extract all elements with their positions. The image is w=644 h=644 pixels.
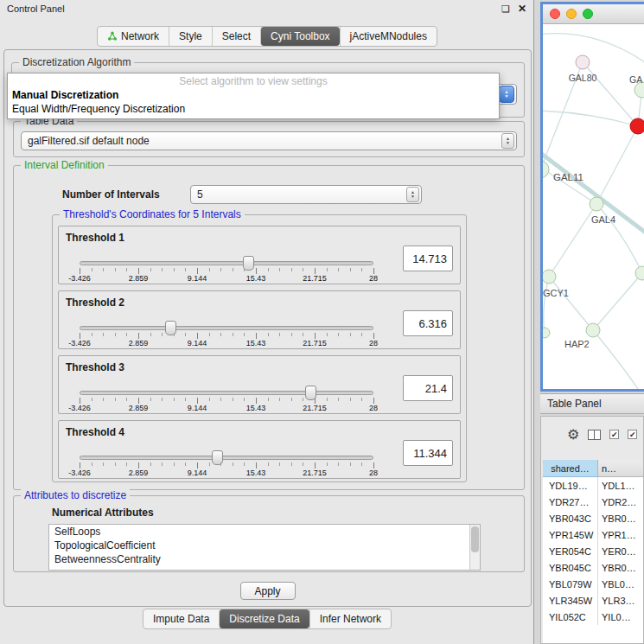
network-edge[interactable]	[549, 204, 596, 277]
number-of-intervals-combobox[interactable]: 5 ▲ ▼	[190, 185, 422, 204]
network-canvas[interactable]: GAL80 GA GAL11 GAL4 GCY1 HAP2	[543, 24, 644, 392]
window-close-icon[interactable]: ✕	[518, 3, 526, 15]
down-arrow-icon: ▼	[506, 141, 510, 145]
threshold-1-value-field[interactable]: 14.713	[403, 245, 453, 271]
threshold-1-slider[interactable]	[80, 261, 373, 265]
network-node[interactable]	[543, 161, 549, 178]
cell-name[interactable]: YIL0…	[598, 609, 643, 625]
table-row[interactable]: YBR043CYBR0…	[543, 510, 643, 526]
network-edge[interactable]	[543, 34, 644, 62]
tick-major	[197, 333, 198, 339]
cell-shared-name[interactable]: YER054C	[543, 543, 598, 559]
network-node-selected[interactable]	[630, 118, 644, 134]
cell-name[interactable]: YDR2…	[598, 494, 643, 510]
bottom-tabgroup: Impute Data Discretize Data Infer Networ…	[143, 609, 392, 629]
scrollbar-thumb[interactable]	[471, 526, 479, 552]
cell-shared-name[interactable]: YDL19…	[543, 477, 598, 494]
down-arrow-icon: ▼	[505, 94, 509, 99]
list-item[interactable]: SelfLoops	[49, 525, 480, 539]
cell-shared-name[interactable]: YIL052C	[543, 609, 598, 625]
tab-infer-network[interactable]: Infer Network	[309, 609, 391, 628]
apply-button[interactable]: Apply	[240, 582, 296, 600]
zoom-traffic-light-button[interactable]	[583, 9, 593, 19]
tab-impute-data[interactable]: Impute Data	[143, 609, 219, 628]
table-row[interactable]: YDR27…YDR2…	[543, 494, 643, 510]
popup-option-manual-discretization[interactable]: Manual Discretization	[8, 88, 499, 102]
threshold-2-slider[interactable]	[80, 326, 373, 330]
cell-name[interactable]: YER0…	[598, 543, 643, 559]
column-header-name[interactable]: n…	[598, 460, 643, 477]
tick-major	[138, 462, 139, 469]
cell-name[interactable]: YBL0…	[598, 576, 643, 592]
select-all-icon[interactable]: ✔	[609, 430, 619, 439]
cell-shared-name[interactable]: YPR145W	[543, 526, 598, 543]
tab-style[interactable]: Style	[169, 27, 212, 46]
tick-major	[256, 398, 257, 404]
down-arrow-icon: ▼	[411, 194, 415, 199]
column-layout-icon[interactable]	[588, 430, 601, 440]
network-edge[interactable]	[596, 126, 638, 204]
cell-shared-name[interactable]: YBR043C	[543, 510, 598, 526]
threshold-2-value-field[interactable]: 6.316	[403, 310, 453, 336]
tab-cyni-toolbox[interactable]: Cyni Toolbox	[260, 27, 339, 46]
table-data-combobox[interactable]: galFiltered.sif default node ▲ ▼	[21, 131, 517, 150]
threshold-1-label: Threshold 1	[66, 232, 124, 244]
tab-select[interactable]: Select	[212, 27, 260, 46]
network-node[interactable]	[543, 328, 550, 338]
list-item[interactable]: TopologicalCoefficient	[49, 539, 480, 552]
network-node[interactable]	[543, 270, 556, 284]
node-label: GAL4	[591, 214, 615, 225]
cell-shared-name[interactable]: YBR045C	[543, 559, 598, 576]
settings-gear-icon[interactable]: ⚙	[567, 428, 579, 442]
interval-definition-group: Interval Definition Number of Intervals …	[13, 165, 525, 490]
network-node[interactable]	[590, 197, 603, 211]
tick-label: 15.43	[246, 469, 266, 477]
select-none-icon[interactable]: ✔	[628, 430, 637, 439]
table-row[interactable]: YDL19…YDL1…	[543, 477, 643, 494]
tick-major	[373, 398, 374, 404]
threshold-3-slider[interactable]	[80, 391, 373, 395]
close-traffic-light-button[interactable]	[550, 9, 560, 19]
tick-major	[315, 462, 316, 469]
threshold-3-value-field[interactable]: 21.4	[403, 375, 453, 401]
list-item[interactable]: BetweennessCentrality	[49, 552, 480, 566]
network-edge[interactable]	[549, 277, 593, 330]
table-row[interactable]: YLR345WYLR3…	[543, 592, 643, 609]
popup-option-equal-width-frequency[interactable]: Equal Width/Frequency Discretization	[8, 102, 499, 116]
node-label: GAL11	[553, 172, 583, 182]
network-node[interactable]	[576, 55, 590, 69]
popup-hint: Select algorithm to view settings	[8, 75, 499, 88]
network-edge[interactable]	[593, 273, 642, 330]
cell-name[interactable]: YLR3…	[598, 592, 643, 609]
tab-discretize-data[interactable]: Discretize Data	[219, 609, 309, 628]
minimize-traffic-light-button[interactable]	[566, 9, 577, 19]
cell-shared-name[interactable]: YLR345W	[543, 592, 598, 609]
table-row[interactable]: YIL052CYIL0…	[543, 609, 643, 625]
tab-network[interactable]: Network	[98, 27, 169, 46]
tick-label: 2.859	[129, 274, 149, 283]
table-row[interactable]: YBL079WYBL0…	[543, 576, 643, 592]
network-node[interactable]	[635, 266, 644, 280]
threshold-4-value-field[interactable]: 11.344	[403, 440, 453, 466]
list-scrollbar[interactable]	[469, 525, 480, 570]
tab-jactivemnodules[interactable]: jActiveMNodules	[340, 27, 437, 46]
threshold-4-slider[interactable]	[80, 456, 373, 460]
cell-name[interactable]: YBR0…	[598, 559, 643, 576]
network-edge[interactable]	[593, 330, 640, 392]
table-row[interactable]: YPR145WYPR1…	[543, 526, 643, 543]
network-node[interactable]	[586, 323, 600, 337]
numerical-attributes-list: SelfLoops TopologicalCoefficient Between…	[48, 524, 481, 571]
cell-shared-name[interactable]: YDR27…	[543, 494, 598, 510]
attributes-group: Attributes to discretize Numerical Attri…	[13, 495, 525, 572]
cell-shared-name[interactable]: YBL079W	[543, 576, 598, 592]
cell-name[interactable]: YDL1…	[598, 477, 643, 494]
cell-name[interactable]: YBR0…	[598, 510, 643, 526]
table-row[interactable]: YER054CYER0…	[543, 543, 643, 559]
tick-major	[256, 333, 257, 339]
table-row[interactable]: YBR045CYBR0…	[543, 559, 643, 576]
network-edge[interactable]	[543, 111, 638, 126]
column-header-shared-name[interactable]: shared…	[543, 460, 598, 477]
network-edge[interactable]	[544, 277, 549, 333]
window-float-icon[interactable]: ❏	[501, 3, 510, 15]
cell-name[interactable]: YPR1…	[598, 526, 643, 543]
